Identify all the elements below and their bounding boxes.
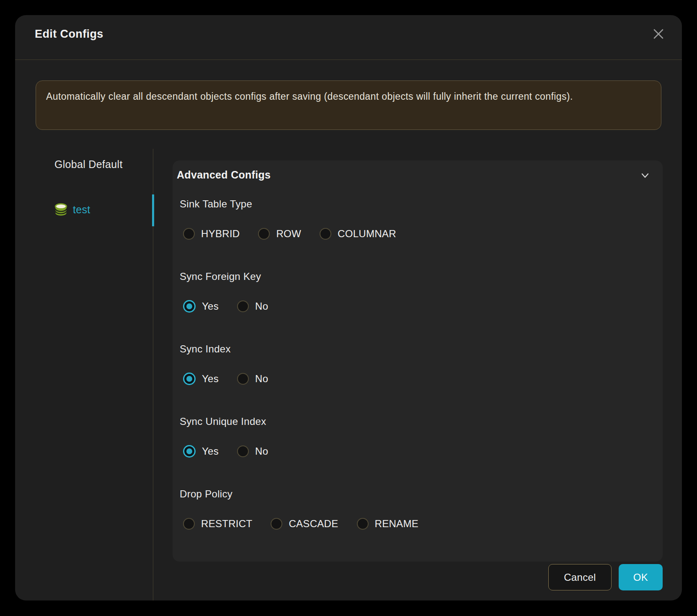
radio-option-sync-unique-index-no[interactable]: No [237,445,268,457]
sidebar-item-label: test [73,204,90,216]
radio-icon-selected[interactable] [183,445,196,458]
close-icon [652,28,665,40]
radio-option-label: No [255,373,268,385]
radio-option-label: No [255,445,268,457]
sidebar-item-global-default[interactable]: Global Default [15,157,153,171]
radio-icon-selected[interactable] [183,373,196,385]
field-label-sync-unique-index: Sync Unique Index [180,416,663,427]
radio-option-label: HYBRID [201,228,240,240]
dialog-footer: Cancel OK [173,564,663,590]
dialog-content: Global Default test Advanced Configs [15,149,682,600]
field-label-drop-policy: Drop Policy [180,488,663,500]
radio-icon[interactable] [237,373,249,385]
radio-icon-hybrid[interactable] [183,228,195,240]
close-button[interactable] [651,26,666,41]
dialog-title: Edit Configs [35,28,103,41]
radio-option-row[interactable]: ROW [258,228,301,240]
sidebar-item-test[interactable]: test [15,202,153,217]
radio-option-sync-unique-index-yes[interactable]: Yes [183,445,219,458]
radio-option-columnar[interactable]: COLUMNAR [320,228,396,240]
radio-group-drop-policy: RESTRICT CASCADE RENAME [183,518,663,530]
radio-option-hybrid[interactable]: HYBRID [183,228,240,240]
radio-option-label: No [255,300,268,312]
collapse-panel-button[interactable] [639,170,651,181]
dialog-header: Edit Configs [15,15,682,60]
field-sink-table-type: Sink Table Type HYBRID ROW COLUMNAR [173,198,663,240]
sidebar-item-label: Global Default [54,158,123,171]
radio-option-label: Yes [202,373,219,385]
field-sync-index: Sync Index Yes No [173,343,663,385]
radio-icon[interactable] [237,445,249,457]
radio-option-sync-index-yes[interactable]: Yes [183,373,219,385]
cancel-button[interactable]: Cancel [548,564,612,590]
radio-icon-restrict[interactable] [183,518,195,530]
advanced-configs-panel: Advanced Configs Sink Table Type HYBR [173,160,663,562]
radio-group-sink-table-type: HYBRID ROW COLUMNAR [183,228,663,240]
radio-group-sync-foreign-key: Yes No [183,300,663,313]
radio-option-cascade[interactable]: CASCADE [271,518,338,530]
active-item-indicator [152,194,154,226]
radio-group-sync-index: Yes No [183,373,663,385]
database-icon [54,203,67,217]
radio-option-label: Yes [202,300,219,312]
field-label-sink-table-type: Sink Table Type [180,198,663,210]
config-sidebar: Global Default test [15,149,153,600]
radio-option-label: RENAME [375,518,418,530]
field-drop-policy: Drop Policy RESTRICT CASCADE RENAME [173,488,663,530]
radio-option-sync-foreign-key-yes[interactable]: Yes [183,300,219,313]
radio-option-label: RESTRICT [201,518,252,530]
warning-banner-text: Automatically clear all descendant objec… [46,88,607,105]
field-label-sync-foreign-key: Sync Foreign Key [180,271,663,282]
ok-button[interactable]: OK [619,564,663,590]
field-sync-foreign-key: Sync Foreign Key Yes No [173,271,663,313]
radio-icon-cascade[interactable] [271,518,282,530]
radio-group-sync-unique-index: Yes No [183,445,663,458]
field-sync-unique-index: Sync Unique Index Yes No [173,416,663,458]
field-label-sync-index: Sync Index [180,343,663,355]
radio-option-label: ROW [276,228,301,240]
radio-option-label: COLUMNAR [338,228,396,240]
radio-icon-columnar[interactable] [320,228,331,240]
radio-icon[interactable] [237,300,249,312]
radio-option-sync-index-no[interactable]: No [237,373,268,385]
radio-icon-row[interactable] [258,228,270,240]
radio-option-restrict[interactable]: RESTRICT [183,518,252,530]
radio-option-sync-foreign-key-no[interactable]: No [237,300,268,312]
main-panel-area: Advanced Configs Sink Table Type HYBR [153,149,682,600]
chevron-down-icon [639,170,651,181]
radio-icon-selected[interactable] [183,300,196,313]
radio-option-rename[interactable]: RENAME [357,518,418,530]
radio-option-label: CASCADE [289,518,338,530]
radio-icon-rename[interactable] [357,518,369,530]
edit-configs-dialog: Edit Configs Automatically clear all des… [15,15,682,600]
radio-option-label: Yes [202,445,219,457]
warning-banner: Automatically clear all descendant objec… [36,80,661,130]
panel-title: Advanced Configs [177,169,663,181]
